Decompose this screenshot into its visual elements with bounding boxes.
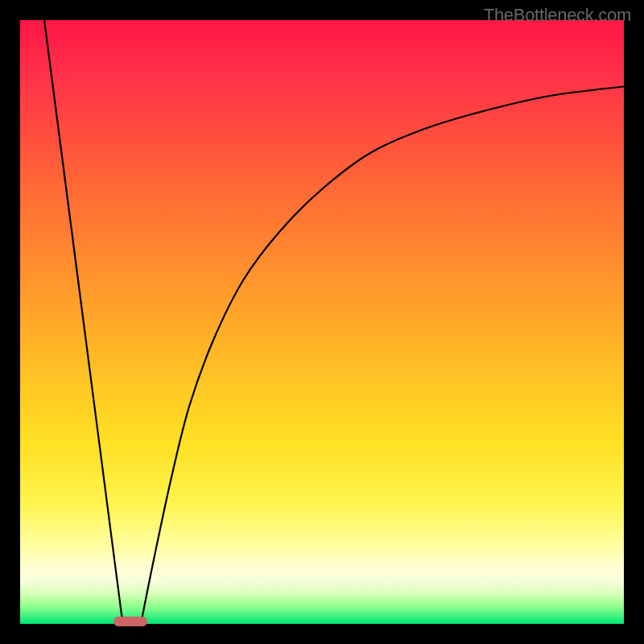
left-descent-line [44,20,123,624]
optimal-range-marker [114,617,147,626]
right-ascent-curve [141,87,624,625]
bottleneck-curve [20,20,624,624]
